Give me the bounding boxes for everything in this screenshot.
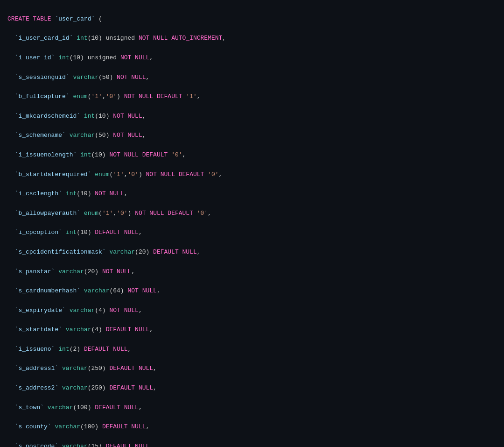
- code-editor: CREATE TABLE `user_card` ( `i_user_card_…: [0, 0, 504, 447]
